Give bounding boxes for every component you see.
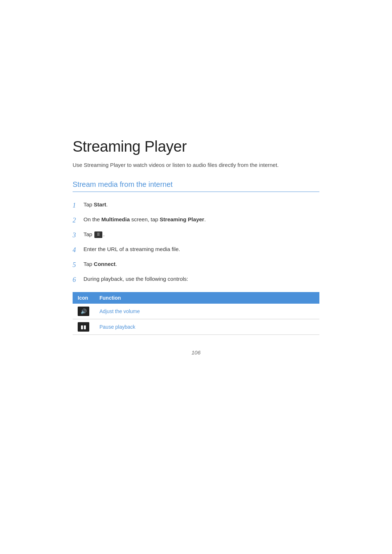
step-5: 5 Tap Connect. <box>73 260 319 270</box>
step-number-6: 6 <box>73 275 83 285</box>
menu-icon: ☰ <box>94 231 102 238</box>
step-number-2: 2 <box>73 216 83 225</box>
step-number-1: 1 <box>73 201 83 210</box>
step-number-5: 5 <box>73 260 83 270</box>
step-6: 6 During playback, use the following con… <box>73 275 319 285</box>
step-text-2: On the Multimedia screen, tap Streaming … <box>83 216 319 224</box>
step-text-3: Tap ☰. <box>83 230 319 239</box>
page-title: Streaming Player <box>73 138 319 155</box>
content-area: Streaming Player Use Streaming Player to… <box>73 138 319 356</box>
step-text-1: Tap Start. <box>83 201 319 209</box>
section-title: Stream media from the internet <box>73 180 319 192</box>
pause-icon-cell: ▮▮ <box>78 322 89 332</box>
page-description: Use Streaming Player to watch videos or … <box>73 161 319 169</box>
steps-list: 1 Tap Start. 2 On the Multimedia screen,… <box>73 201 319 285</box>
step-text-6: During playback, use the following contr… <box>83 275 319 283</box>
page-container: Streaming Player Use Streaming Player to… <box>0 0 392 554</box>
step-2: 2 On the Multimedia screen, tap Streamin… <box>73 216 319 225</box>
col-function-header: Function <box>94 292 319 304</box>
controls-table: Icon Function 🔊 Adjust the volume <box>73 292 319 335</box>
pause-icon: ▮▮ <box>78 322 89 332</box>
table-header-row: Icon Function <box>73 292 319 304</box>
volume-icon-cell: 🔊 <box>78 307 89 316</box>
step-4: 4 Enter the URL of a streaming media fil… <box>73 245 319 255</box>
page-number: 106 <box>73 349 319 356</box>
function-cell-volume: Adjust the volume <box>94 304 319 319</box>
table-row: ▮▮ Pause playback <box>73 319 319 335</box>
table-row: 🔊 Adjust the volume <box>73 304 319 319</box>
step-1: 1 Tap Start. <box>73 201 319 210</box>
function-cell-pause: Pause playback <box>94 319 319 335</box>
step-text-4: Enter the URL of a streaming media file. <box>83 245 319 254</box>
volume-icon: 🔊 <box>78 307 89 316</box>
icon-cell-volume: 🔊 <box>73 304 94 319</box>
icon-cell-pause: ▮▮ <box>73 319 94 335</box>
step-number-4: 4 <box>73 245 83 255</box>
step-number-3: 3 <box>73 230 83 240</box>
step-3: 3 Tap ☰. <box>73 230 319 240</box>
col-icon-header: Icon <box>73 292 94 304</box>
step-text-5: Tap Connect. <box>83 260 319 268</box>
